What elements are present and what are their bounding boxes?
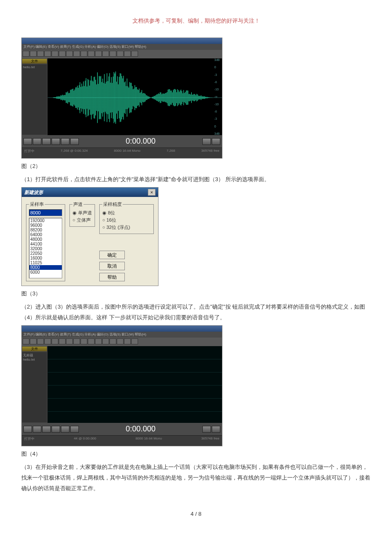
toolbar-button[interactable]: [73, 51, 80, 57]
toolbar-button[interactable]: [81, 51, 87, 57]
channels-group: 声道 ◉ 单声道 ○ 立体声: [69, 201, 95, 227]
waveform-view-empty[interactable]: [48, 346, 222, 423]
stop-button[interactable]: [23, 426, 32, 433]
help-button[interactable]: 帮助: [99, 273, 125, 281]
radio-mono[interactable]: ◉ 单声道: [72, 209, 92, 217]
pause-button[interactable]: [42, 138, 51, 145]
toolbar-button[interactable]: [59, 338, 66, 344]
svg-rect-2: [48, 346, 222, 423]
menu-item[interactable]: 编辑(E): [35, 44, 47, 49]
toolbar-button[interactable]: [44, 51, 51, 57]
toolbar-button[interactable]: [30, 51, 37, 57]
toolbar-button[interactable]: [124, 338, 131, 344]
toolbar-button[interactable]: [44, 338, 51, 344]
toolbar-button[interactable]: [73, 338, 80, 344]
amplitude-scale: 3dB0-3-6-10-∞-10-6-303dB: [214, 58, 221, 135]
panel-tab-files[interactable]: 文件: [22, 59, 47, 64]
menu-item[interactable]: 查看(V): [48, 44, 59, 49]
toolbar-button[interactable]: [102, 51, 109, 57]
record-button[interactable]: [52, 426, 60, 433]
menu-item[interactable]: 选项(S): [110, 332, 121, 337]
toolbar-button[interactable]: [59, 51, 66, 57]
cancel-button[interactable]: 取消: [99, 262, 125, 270]
toolbar-button[interactable]: [52, 51, 58, 57]
menu-item[interactable]: 帮助(H): [135, 332, 146, 337]
radio-16bit[interactable]: ○ 16位: [102, 217, 151, 224]
record-button[interactable]: [52, 138, 60, 145]
menu-item[interactable]: 分析(A): [84, 332, 96, 337]
toolbar-button[interactable]: [110, 51, 116, 57]
waveform-view[interactable]: 3dB0-3-6-10-∞-10-6-303dB: [48, 58, 222, 135]
toolbar-button[interactable]: [81, 338, 87, 344]
play-button[interactable]: [33, 138, 41, 145]
toolbar-button[interactable]: [66, 51, 73, 57]
toolbar-button[interactable]: [88, 51, 95, 57]
toolbar-button[interactable]: [117, 338, 124, 344]
menu-item[interactable]: 窗口(W): [121, 44, 134, 49]
zoom-button[interactable]: [202, 426, 211, 433]
play-button[interactable]: [33, 426, 41, 433]
status-info: 44 @ 0:00.000: [74, 436, 96, 445]
menu-item[interactable]: 生成(G): [72, 332, 84, 337]
toolbar-button[interactable]: [95, 338, 102, 344]
menu-item[interactable]: 文件(F): [23, 44, 35, 49]
menu-item[interactable]: 偏好(O): [97, 44, 109, 49]
toolbar-button[interactable]: [52, 338, 58, 344]
menu-item[interactable]: 查看(V): [48, 332, 59, 337]
forward-button[interactable]: [70, 426, 79, 433]
toolbar-button[interactable]: [117, 51, 124, 57]
pause-button[interactable]: [42, 426, 51, 433]
toolbar-button[interactable]: [66, 338, 73, 344]
file-list-item[interactable]: hello.txt: [23, 358, 46, 361]
rewind-button[interactable]: [61, 426, 69, 433]
menu-item[interactable]: 偏好(O): [97, 332, 109, 337]
toolbar-button[interactable]: [131, 338, 138, 344]
sample-rate-list[interactable]: 1920009600088200640004800044100320002205…: [29, 218, 62, 278]
stop-button[interactable]: [23, 138, 32, 145]
menu-item[interactable]: 分析(A): [84, 44, 96, 49]
rewind-button[interactable]: [61, 138, 69, 145]
menu-item[interactable]: 文件(F): [23, 332, 35, 337]
waveform-icon: [48, 346, 222, 423]
menu-item[interactable]: 帮助(H): [135, 44, 146, 49]
toolbar-button[interactable]: [23, 338, 29, 344]
toolbar-button[interactable]: [131, 51, 138, 57]
zoom-button[interactable]: [212, 426, 220, 433]
toolbar-button[interactable]: [37, 51, 44, 57]
menu-item[interactable]: 效果(T): [60, 332, 71, 337]
toolbar-button[interactable]: [88, 338, 95, 344]
forward-button[interactable]: [70, 138, 79, 145]
ok-button[interactable]: 确定: [99, 251, 125, 259]
zoom-button[interactable]: [212, 138, 220, 145]
close-icon[interactable]: ×: [148, 189, 156, 196]
toolbar-button[interactable]: [37, 338, 44, 344]
sample-rate-input[interactable]: 8000: [29, 209, 62, 216]
status-size: 7,268: [167, 149, 175, 157]
menu-item[interactable]: 生成(G): [72, 44, 84, 49]
page-number: 4 / 8: [21, 511, 371, 517]
menu-item[interactable]: 效果(T): [60, 44, 71, 49]
toolbar-button[interactable]: [95, 51, 102, 57]
toolbar-button[interactable]: [124, 51, 131, 57]
zoom-button[interactable]: [202, 138, 211, 145]
file-list[interactable]: 无标题 hello.txt: [22, 352, 47, 422]
file-list-item[interactable]: hello.txt: [23, 65, 46, 69]
left-panel: 文件 hello.txt: [22, 58, 48, 135]
toolbar-button[interactable]: [102, 338, 109, 344]
menu-item[interactable]: 选项(S): [110, 44, 121, 49]
window-titlebar: [22, 38, 222, 44]
panel-tab-files[interactable]: 文件: [22, 347, 47, 351]
status-format: 8000 16-bit Mono: [114, 149, 140, 157]
radio-32bit[interactable]: ○ 32位 (浮点): [102, 224, 151, 231]
radio-8bit[interactable]: ◉ 8位: [102, 209, 151, 217]
toolbar-button[interactable]: [23, 51, 29, 57]
transport-bar: 0:00.000: [22, 135, 222, 147]
menu-item[interactable]: 编辑(E): [35, 332, 47, 337]
status-left: 打开中: [24, 149, 35, 157]
toolbar-button[interactable]: [30, 338, 37, 344]
radio-stereo[interactable]: ○ 立体声: [72, 217, 92, 224]
file-list[interactable]: hello.txt: [22, 64, 47, 135]
file-list-item[interactable]: 无标题: [23, 353, 46, 358]
menu-item[interactable]: 窗口(W): [121, 332, 134, 337]
toolbar-button[interactable]: [110, 338, 116, 344]
